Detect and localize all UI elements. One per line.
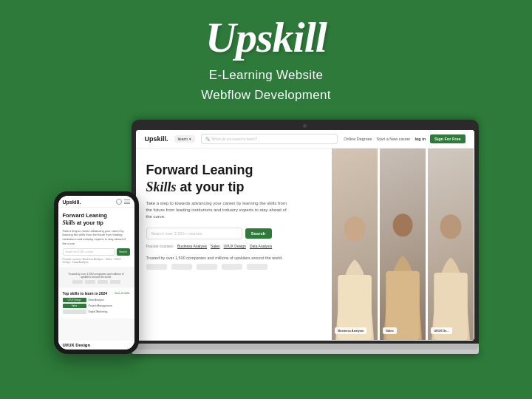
laptop-search-input[interactable]: Search over 2,500+ courses xyxy=(146,228,242,239)
hamburger-icon xyxy=(124,199,130,205)
mobile-trusted-text: Trusted by over 1,500 companies and mill… xyxy=(63,273,130,279)
mobile-hero-title: Forward Leaning Skills at your tip xyxy=(63,212,130,227)
mobile-logos xyxy=(63,280,130,284)
partner-logo xyxy=(85,280,95,284)
person-image-3 xyxy=(428,149,474,340)
partner-logo-1 xyxy=(146,264,167,270)
partner-logo-3 xyxy=(197,264,217,270)
laptop-navbar: Upskill. learn ▾ 🔍 What do you want to l… xyxy=(136,130,474,149)
person-image-1 xyxy=(332,149,378,340)
menu-icon xyxy=(116,199,122,205)
mobile-search-button[interactable]: Search xyxy=(117,248,130,256)
svg-point-2 xyxy=(393,214,413,237)
laptop-hero-title: Forward Leaning Skills at your tip xyxy=(146,162,322,195)
mobile-trusted-section: Trusted by over 1,500 companies and mill… xyxy=(58,267,134,287)
mobile-logo: Upskill. xyxy=(63,200,81,205)
subtitle: E-Learning Website Webflow Development xyxy=(0,65,532,105)
skill-tag[interactable]: UI/UX Design xyxy=(63,298,86,302)
laptop-base xyxy=(132,344,479,354)
laptop-hero-right: Business Analysis Sales xyxy=(332,149,474,340)
card-label-1: Business Analysis xyxy=(335,327,366,334)
skill-text: Digital Marketing xyxy=(89,310,108,313)
laptop-screen: Upskill. learn ▾ 🔍 What do you want to l… xyxy=(136,130,474,341)
mobile-popular: Popular courses: Business Analysis · Sal… xyxy=(63,258,130,264)
mobile-view-all[interactable]: View all skills xyxy=(115,292,130,295)
skill-tag[interactable]: Sales xyxy=(63,304,86,308)
laptop-nav-right: Online Degrees Start a New career log in… xyxy=(344,134,465,143)
app-logo: Upskill xyxy=(0,16,532,59)
laptop-device: Upskill. learn ▾ 🔍 What do you want to l… xyxy=(132,120,479,354)
partner-logo xyxy=(72,280,83,284)
laptop-screen-frame: Upskill. learn ▾ 🔍 What do you want to l… xyxy=(132,120,479,344)
mobile-skill-item: UI/UX Design Data Analysis xyxy=(63,298,130,302)
mobile-screen: Upskill. Forward Leaning Skills at your … xyxy=(58,196,134,349)
login-button[interactable]: log in xyxy=(415,137,426,141)
popular-tag-3[interactable]: UI/UX Design xyxy=(224,244,246,248)
laptop-hero-area: Forward Leaning Skills at your tip Take … xyxy=(136,149,474,340)
laptop-hero-left: Forward Leaning Skills at your tip Take … xyxy=(136,149,332,340)
mobile-device: Upskill. Forward Leaning Skills at your … xyxy=(54,191,139,354)
header: Upskill E-Learning Website Webflow Devel… xyxy=(0,0,532,112)
laptop-nav-search[interactable]: 🔍 What do you want to learn? xyxy=(201,134,338,144)
laptop-popular-row: Popular courses: Business Analysis Sales… xyxy=(146,244,322,248)
laptop-search-row: Search over 2,500+ courses Search xyxy=(146,228,322,239)
mobile-skills-header: Top skills to learn in 2024 View all ski… xyxy=(63,291,130,296)
popular-tag-4[interactable]: Data Analysis xyxy=(250,244,272,248)
mobile-topbar: Upskill. xyxy=(58,196,134,208)
laptop-hero-desc: Take a step to towards advancing your ca… xyxy=(146,200,294,220)
laptop-stand xyxy=(132,344,479,349)
online-degrees-link[interactable]: Online Degrees xyxy=(344,137,372,141)
mobile-skill-item: Sales Project Management xyxy=(63,304,130,308)
skill-tag[interactable] xyxy=(63,310,86,314)
signup-button[interactable]: Sign For Free xyxy=(430,134,465,143)
trusted-section: Trusted by over 1,500 companies and mill… xyxy=(146,256,322,270)
svg-point-0 xyxy=(344,217,366,242)
mobile-skills-title: Top skills to learn in 2024 xyxy=(63,291,107,296)
laptop-camera xyxy=(303,124,307,128)
new-career-link[interactable]: Start a New career xyxy=(377,137,411,141)
mobile-skills-section: Top skills to learn in 2024 View all ski… xyxy=(58,288,134,318)
partner-logo-2 xyxy=(171,264,192,270)
person-card-1: Business Analysis xyxy=(332,149,378,340)
laptop-logo: Upskill. xyxy=(145,135,168,143)
person-card-2: Sales xyxy=(380,149,426,340)
mobile-hero: Forward Leaning Skills at your tip Take … xyxy=(58,208,134,267)
chevron-icon: ▾ xyxy=(189,137,191,141)
devices-container: Upskill. Forward Leaning Skills at your … xyxy=(0,120,532,354)
laptop-logos-row xyxy=(146,264,322,270)
trusted-text: Trusted by over 1,500 companies and mill… xyxy=(146,256,322,260)
mobile-nav-icons xyxy=(116,199,130,205)
popular-tag-2[interactable]: Sales xyxy=(211,244,220,248)
mobile-hero-desc: Take a leap to rewire advancing your car… xyxy=(63,229,130,245)
skill-text: Project Management xyxy=(89,304,112,307)
partner-logo-4 xyxy=(222,264,242,270)
person-image-2 xyxy=(380,149,426,340)
mobile-bottom-label: UI/UX Design xyxy=(58,341,134,349)
mobile-search-bar: Search over 3,500+ courses Search xyxy=(63,248,130,256)
partner-logo-5 xyxy=(247,264,267,270)
skill-text: Data Analysis xyxy=(89,299,104,301)
card-label-2: Sales xyxy=(383,327,396,334)
card-label-3: UI/UX De... xyxy=(431,327,451,334)
popular-label: Popular courses: xyxy=(146,244,174,248)
popular-tag-1[interactable]: Business Analysis xyxy=(177,244,207,248)
laptop-search-button[interactable]: Search xyxy=(245,228,272,239)
mobile-search-input[interactable]: Search over 3,500+ courses xyxy=(63,248,115,256)
partner-logo xyxy=(98,280,108,284)
laptop-nav-learn[interactable]: learn ▾ xyxy=(174,135,195,143)
mobile-skill-item: Digital Marketing xyxy=(63,310,130,314)
partner-logo xyxy=(110,280,120,284)
svg-point-4 xyxy=(440,215,462,239)
person-card-3: UI/UX De... xyxy=(428,149,474,340)
